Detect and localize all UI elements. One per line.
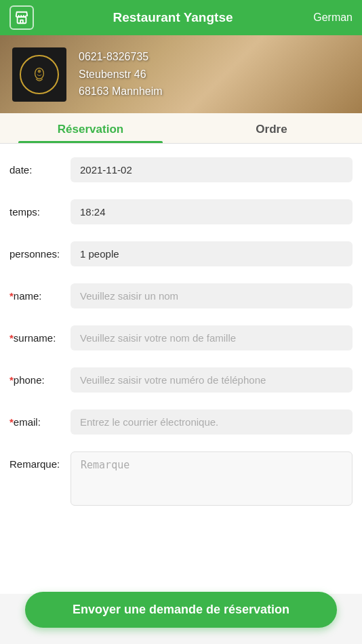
surname-input[interactable]: [71, 325, 353, 350]
tab-reservation[interactable]: Réservation: [0, 113, 181, 143]
remark-input[interactable]: [71, 451, 353, 506]
persons-row: personnes:: [0, 235, 362, 277]
name-input[interactable]: [71, 283, 353, 308]
persons-label: personnes:: [9, 241, 71, 260]
tab-bar: Réservation Ordre: [0, 113, 362, 144]
phone-number: 0621-8326735: [79, 48, 163, 66]
submit-reservation-button[interactable]: Envoyer une demande de réservation: [25, 592, 337, 628]
restaurant-contact: 0621-8326735 Steubenstr 46 68163 Mannhei…: [79, 48, 163, 100]
time-label: temps:: [9, 199, 71, 218]
svg-point-2: [38, 69, 41, 73]
street-address: Steubenstr 46: [79, 66, 163, 83]
time-row: temps:: [0, 193, 362, 235]
email-label: *email:: [9, 409, 71, 428]
remark-row: Remarque:: [0, 445, 362, 512]
name-row: *name:: [0, 277, 362, 319]
surname-label: *surname:: [9, 325, 71, 344]
phone-row: *phone:: [0, 361, 362, 403]
city-address: 68163 Mannheim: [79, 83, 163, 100]
date-label: date:: [9, 157, 71, 176]
store-icon: [9, 5, 34, 30]
app-header: Restaurant Yangtse German: [0, 0, 362, 35]
language-selector[interactable]: German: [312, 12, 353, 24]
surname-row: *surname:: [0, 319, 362, 361]
time-input[interactable]: [71, 199, 353, 224]
tab-order[interactable]: Ordre: [181, 113, 362, 143]
email-input[interactable]: [71, 409, 353, 435]
date-row: date:: [0, 150, 362, 193]
app-title: Restaurant Yangtse: [34, 10, 312, 25]
email-row: *email:: [0, 403, 362, 445]
restaurant-hero: 0621-8326735 Steubenstr 46 68163 Mannhei…: [0, 35, 362, 113]
submit-button-container: Envoyer une demande de réservation: [25, 592, 337, 628]
phone-input[interactable]: [71, 367, 353, 393]
phone-label: *phone:: [9, 367, 71, 386]
remark-label: Remarque:: [9, 451, 71, 470]
reservation-form: date: temps: personnes: *name: *surname:…: [0, 144, 362, 594]
name-label: *name:: [9, 283, 71, 302]
restaurant-logo: [12, 47, 66, 102]
persons-input[interactable]: [71, 241, 353, 266]
date-input[interactable]: [71, 157, 353, 182]
